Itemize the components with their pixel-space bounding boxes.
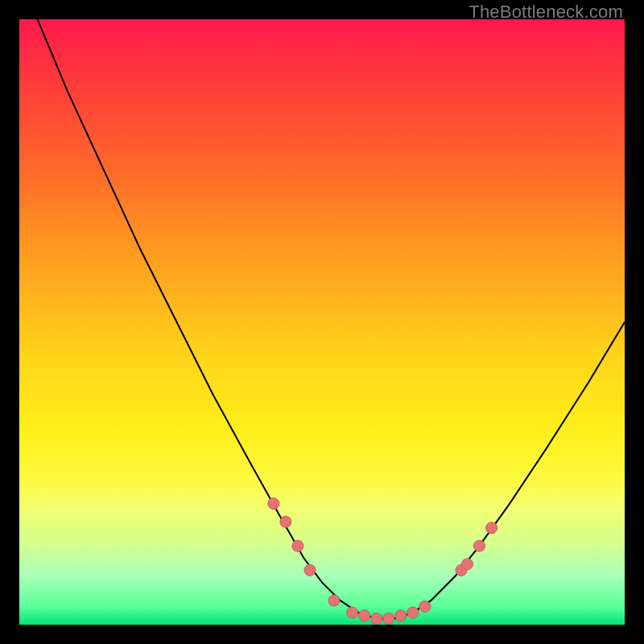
- marker-point: [292, 540, 303, 551]
- marker-point: [328, 595, 340, 606]
- marker-point: [268, 498, 279, 510]
- watermark-text: TheBottleneck.com: [469, 2, 623, 23]
- highlight-markers: [268, 498, 497, 625]
- marker-point: [407, 607, 419, 618]
- marker-point: [474, 540, 485, 551]
- marker-point: [395, 610, 407, 621]
- plot-area: [19, 19, 625, 625]
- marker-point: [419, 601, 431, 612]
- bottleneck-curve: [38, 19, 625, 619]
- marker-point: [371, 613, 382, 625]
- marker-point: [347, 607, 358, 618]
- marker-point: [304, 564, 316, 576]
- marker-point: [462, 559, 473, 570]
- chart-frame: TheBottleneck.com: [0, 0, 644, 644]
- chart-svg: [19, 19, 625, 625]
- marker-point: [280, 516, 291, 527]
- marker-point: [359, 610, 370, 621]
- marker-point: [383, 613, 394, 625]
- marker-point: [486, 522, 497, 534]
